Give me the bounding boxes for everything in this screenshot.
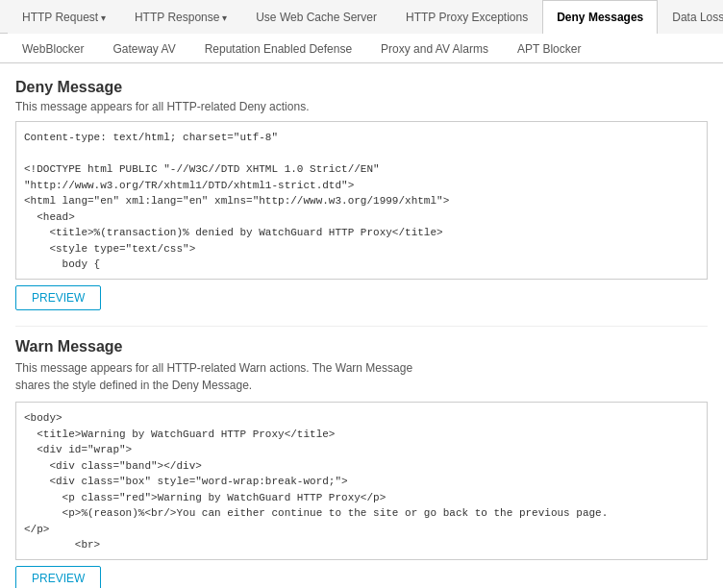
deny-message-preview-button[interactable]: PREVIEW (15, 285, 101, 310)
warn-message-description: This message appears for all HTTP-relate… (15, 359, 708, 394)
subtab-apt-blocker[interactable]: APT Blocker (503, 34, 595, 63)
tab-http-request[interactable]: HTTP Request (8, 0, 120, 34)
warn-message-title: Warn Message (15, 338, 708, 355)
tab-deny-messages[interactable]: Deny Messages (542, 0, 658, 34)
deny-message-section: Deny Message This message appears for al… (15, 79, 708, 326)
deny-message-editor-wrapper (15, 121, 708, 280)
warn-message-textarea[interactable] (16, 403, 707, 556)
warn-message-section: Warn Message This message appears for al… (15, 338, 708, 588)
tab-data-loss-prevention[interactable]: Data Loss Prevention (658, 0, 723, 34)
top-tab-bar: HTTP Request HTTP Response Use Web Cache… (0, 0, 723, 34)
main-content: Deny Message This message appears for al… (0, 63, 723, 588)
tab-http-response[interactable]: HTTP Response (120, 0, 241, 34)
tab-use-web-cache-server[interactable]: Use Web Cache Server (241, 0, 391, 34)
deny-message-description: This message appears for all HTTP-relate… (15, 100, 708, 113)
deny-message-textarea[interactable] (16, 122, 707, 276)
deny-message-title: Deny Message (15, 79, 708, 96)
subtab-webblocker[interactable]: WebBlocker (8, 34, 98, 63)
subtab-reputation-enabled-defense[interactable]: Reputation Enabled Defense (190, 34, 366, 63)
sub-tab-bar: WebBlocker Gateway AV Reputation Enabled… (0, 34, 723, 63)
warn-message-preview-button[interactable]: PREVIEW (15, 566, 101, 588)
subtab-gateway-av[interactable]: Gateway AV (98, 34, 189, 63)
section-divider (15, 326, 708, 327)
tab-http-proxy-exceptions[interactable]: HTTP Proxy Exceptions (391, 0, 542, 34)
subtab-proxy-av-alarms[interactable]: Proxy and AV Alarms (366, 34, 503, 63)
warn-message-editor-wrapper (15, 402, 708, 560)
